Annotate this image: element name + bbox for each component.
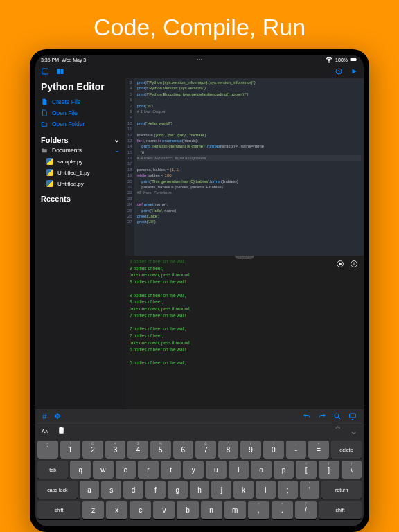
key-o[interactable]: o (251, 461, 272, 479)
panels-icon[interactable] (56, 67, 64, 76)
key-2[interactable]: @2 (82, 441, 103, 459)
console-line: take one down, pass it around, (130, 339, 360, 346)
sidebar-toggle-icon[interactable] (41, 67, 49, 76)
chevron-up-icon[interactable]: ⌃ (333, 426, 342, 435)
editor-area: 3456789101112131415161718192021222324252… (125, 78, 364, 409)
key-tab[interactable]: tab (37, 461, 68, 479)
battery-pct: 100% (335, 57, 348, 62)
key-i[interactable]: i (229, 461, 249, 479)
key-m[interactable]: m (224, 501, 246, 519)
key-p[interactable]: p (274, 461, 294, 479)
key-shift[interactable]: shift (37, 501, 80, 519)
key-capslock[interactable]: caps lock (37, 481, 78, 499)
sync-icon[interactable] (335, 67, 343, 76)
key-v[interactable]: v (153, 501, 175, 519)
key-5[interactable]: %5 (150, 441, 171, 459)
open-file-action[interactable]: Open File (41, 107, 120, 118)
redo-icon[interactable] (318, 412, 326, 420)
key-d[interactable]: d (123, 481, 143, 499)
key-y[interactable]: y (183, 461, 204, 479)
svg-rect-3 (42, 69, 48, 74)
console-drag-handle[interactable] (235, 256, 254, 259)
key-e[interactable]: e (116, 461, 136, 479)
key-h[interactable]: h (190, 481, 210, 499)
home-indicator-dots[interactable] (197, 59, 202, 60)
move-button[interactable]: ✥ (54, 411, 61, 421)
console-line (130, 319, 360, 326)
file-item[interactable]: Untitled_1.py (41, 167, 120, 178)
code-content[interactable]: print(f"Python {sys.version_info.major}.… (134, 78, 364, 256)
file-item[interactable]: sample.py (41, 156, 120, 167)
console-line: take one down, pass it around, (130, 272, 360, 278)
key-[interactable]: :; (278, 481, 298, 499)
create-file-action[interactable]: Create File (41, 96, 120, 107)
toolbelt: # ✥ (35, 409, 364, 423)
key-shift[interactable]: shift (319, 501, 362, 519)
console-trash-icon[interactable] (350, 260, 358, 268)
search-icon[interactable] (333, 412, 342, 420)
keyboard: ~`!1@2#3$4%5^6&7*8(9)0_-+=delete tabqwer… (35, 438, 364, 526)
run-icon[interactable] (350, 67, 358, 76)
key-w[interactable]: w (93, 461, 114, 479)
key-7[interactable]: &7 (195, 441, 216, 459)
chevron-down-icon[interactable]: ⌄ (349, 426, 358, 435)
key-0[interactable]: )0 (263, 441, 284, 459)
key-u[interactable]: u (206, 461, 227, 479)
key-[interactable]: _- (286, 441, 307, 459)
file-item[interactable]: Untitled.py (41, 178, 120, 189)
folder-documents[interactable]: Documents ⌄ (41, 144, 120, 156)
file-name: Untitled_1.py (57, 170, 90, 176)
key-[interactable]: ?/ (295, 501, 317, 519)
keyboard-dismiss-icon[interactable] (348, 412, 357, 420)
key-q[interactable]: q (70, 461, 91, 479)
folders-section-head[interactable]: Folders ⌄ (41, 135, 120, 144)
console-line: 7 bottles of beer on the wall! (130, 312, 360, 319)
key-[interactable]: >. (272, 501, 293, 519)
key-[interactable]: }] (319, 461, 339, 479)
folder-icon (41, 147, 48, 154)
key-[interactable]: {[ (296, 461, 317, 479)
key-b[interactable]: b (177, 501, 198, 519)
key-8[interactable]: *8 (218, 441, 239, 459)
open-folder-action[interactable]: Open Folder (41, 118, 120, 130)
svg-point-9 (351, 260, 357, 267)
key-6[interactable]: ^6 (173, 441, 194, 459)
key-t[interactable]: t (161, 461, 181, 479)
console-line: 9 bottles of beer on the wall, (130, 258, 360, 265)
key-[interactable]: |\ (342, 461, 362, 479)
recents-section-head[interactable]: Recents (41, 195, 120, 203)
key-[interactable]: += (308, 441, 329, 459)
key-c[interactable]: c (130, 501, 151, 519)
key-9[interactable]: (9 (240, 441, 261, 459)
key-z[interactable]: z (82, 501, 104, 519)
key-[interactable]: ~` (37, 441, 58, 459)
hash-button[interactable]: # (42, 411, 47, 421)
key-r[interactable]: r (138, 461, 159, 479)
key-f[interactable]: f (145, 481, 166, 499)
key-k[interactable]: k (233, 481, 254, 499)
key-1[interactable]: !1 (60, 441, 81, 459)
svg-text:A: A (46, 429, 48, 434)
key-x[interactable]: x (106, 501, 127, 519)
key-4[interactable]: $4 (127, 441, 148, 459)
console-pane[interactable]: 9 bottles of beer on the wall,9 bottles … (125, 256, 364, 409)
key-j[interactable]: j (211, 481, 231, 499)
key-a[interactable]: a (80, 481, 100, 499)
key-[interactable]: "' (300, 481, 320, 499)
undo-icon[interactable] (303, 412, 311, 420)
key-s[interactable]: s (101, 481, 121, 499)
key-n[interactable]: n (201, 501, 222, 519)
folders-label: Folders (41, 136, 69, 144)
key-l[interactable]: l (256, 481, 276, 499)
key-3[interactable]: #3 (105, 441, 126, 459)
screen: 3:36 PM Wed May 3 100% Python Editor (35, 55, 364, 526)
console-play-icon[interactable] (336, 260, 344, 268)
key-g[interactable]: g (168, 481, 188, 499)
key-return[interactable]: return (321, 481, 362, 499)
font-size-icon[interactable]: AA (41, 426, 50, 435)
key-[interactable]: <, (248, 501, 269, 519)
clipboard-icon[interactable] (57, 426, 66, 435)
key-delete[interactable]: delete (331, 441, 362, 459)
console-line: 8 bottles of beer on the wall, (130, 292, 360, 299)
code-pane[interactable]: 3456789101112131415161718192021222324252… (125, 78, 364, 256)
